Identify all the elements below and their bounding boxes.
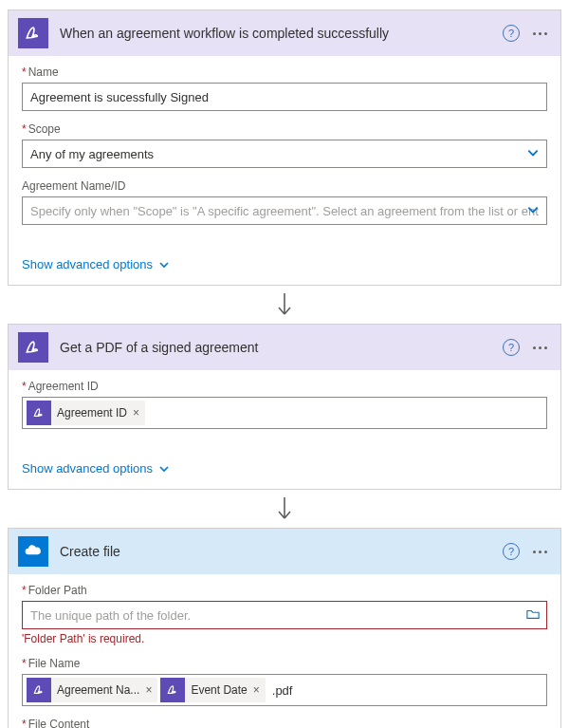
help-icon[interactable]: ? <box>503 25 520 42</box>
more-menu[interactable] <box>529 28 551 39</box>
field-name: Name <box>22 65 547 111</box>
token-label: Agreement Na... <box>57 683 139 697</box>
more-menu[interactable] <box>529 343 551 353</box>
token-remove[interactable]: × <box>253 683 260 697</box>
field-agreement-id: Agreement Name/ID <box>22 179 547 225</box>
adobe-sign-icon <box>27 401 51 425</box>
name-input[interactable] <box>22 83 547 111</box>
more-menu[interactable] <box>529 547 551 557</box>
name-label: Name <box>22 65 547 79</box>
agreement-id-input[interactable]: Agreement ID × <box>22 397 547 429</box>
adobe-sign-icon <box>160 678 185 702</box>
token-remove[interactable]: × <box>145 683 152 697</box>
token-agreement-name[interactable]: Agreement Na... × <box>27 678 157 702</box>
token-remove[interactable]: × <box>133 406 139 420</box>
token-label: Event Date <box>191 683 247 697</box>
advanced-label: Show advanced options <box>22 257 153 271</box>
card-title: When an agreement workflow is completed … <box>60 26 503 41</box>
help-icon[interactable]: ? <box>503 543 520 560</box>
card-header[interactable]: Create file ? <box>9 529 560 574</box>
field-agreement-id: Agreement ID Agreement ID × <box>22 380 547 429</box>
adobe-sign-icon <box>18 332 48 363</box>
card-header[interactable]: Get a PDF of a signed agreement ? <box>9 325 560 370</box>
onedrive-icon <box>18 536 48 567</box>
chevron-down-icon <box>158 463 170 475</box>
show-advanced-link[interactable]: Show advanced options <box>9 454 560 489</box>
advanced-label: Show advanced options <box>22 461 153 476</box>
chevron-down-icon <box>158 259 170 271</box>
card-title: Get a PDF of a signed agreement <box>60 340 503 355</box>
step-create-file: Create file ? Folder Path 'Folder Path' … <box>8 528 561 728</box>
field-file-name: File Name Agreement Na... × Event Date ×… <box>22 657 547 706</box>
connector-arrow <box>8 291 561 320</box>
token-event-date[interactable]: Event Date × <box>160 678 265 702</box>
file-name-label: File Name <box>22 657 547 670</box>
card-body: Folder Path 'Folder Path' is required. F… <box>9 574 560 728</box>
token-label: Agreement ID <box>57 406 127 420</box>
file-content-label: File Content <box>22 718 547 728</box>
card-body: Agreement ID Agreement ID × <box>9 370 560 454</box>
scope-label: Scope <box>22 122 547 136</box>
folder-path-label: Folder Path <box>22 584 547 597</box>
file-name-input[interactable]: Agreement Na... × Event Date × .pdf <box>22 674 547 706</box>
field-folder-path: Folder Path 'Folder Path' is required. <box>22 584 547 645</box>
card-header[interactable]: When an agreement workflow is completed … <box>9 10 560 56</box>
token-agreement-id[interactable]: Agreement ID × <box>27 401 145 425</box>
connector-arrow <box>8 495 561 524</box>
agreement-label: Agreement Name/ID <box>22 179 547 193</box>
step-get-pdf: Get a PDF of a signed agreement ? Agreem… <box>8 324 561 490</box>
field-file-content: File Content Body × <box>22 718 547 728</box>
folder-path-input[interactable] <box>22 601 547 629</box>
help-icon[interactable]: ? <box>503 339 520 356</box>
step-agreement-completed: When an agreement workflow is completed … <box>8 9 561 286</box>
agreement-id-label: Agreement ID <box>22 380 547 393</box>
file-suffix: .pdf <box>268 683 297 698</box>
folder-path-error: 'Folder Path' is required. <box>22 632 547 645</box>
agreement-input[interactable] <box>22 196 547 225</box>
adobe-sign-icon <box>27 678 51 702</box>
field-scope: Scope <box>22 122 547 168</box>
card-body: Name Scope Agreement Name/ID <box>9 56 560 250</box>
scope-select[interactable] <box>22 140 547 168</box>
card-title: Create file <box>60 544 503 559</box>
adobe-sign-icon <box>18 18 48 48</box>
show-advanced-link[interactable]: Show advanced options <box>9 250 560 285</box>
